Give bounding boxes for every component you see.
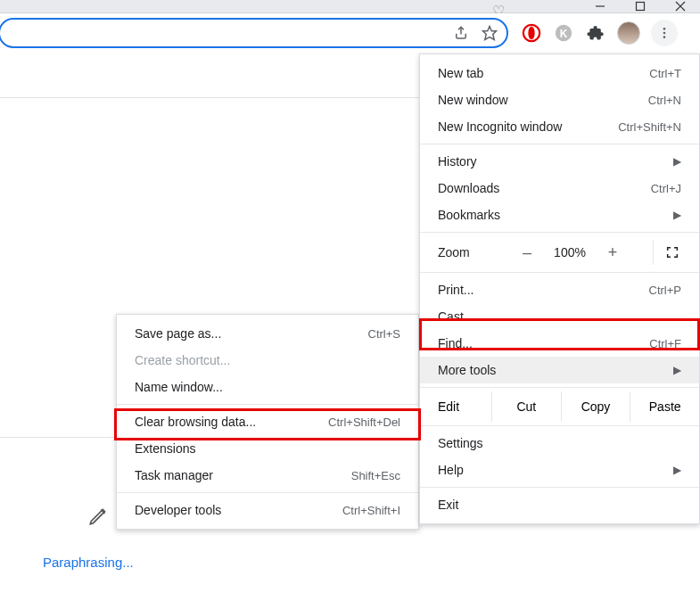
submenu-developer-tools[interactable]: Developer tools Ctrl+Shift+I — [117, 497, 418, 523]
close-button[interactable] — [660, 0, 700, 12]
share-icon[interactable] — [453, 25, 469, 41]
extensions-puzzle-icon[interactable] — [585, 22, 606, 44]
menu-cast[interactable]: Cast... — [420, 303, 699, 330]
svg-text:K: K — [560, 28, 568, 40]
extension-k-icon[interactable]: K — [553, 22, 574, 44]
submenu-task-manager[interactable]: Task manager Shift+Esc — [117, 462, 418, 489]
maximize-button[interactable] — [620, 0, 660, 12]
chevron-right-icon: ▶ — [673, 464, 681, 476]
menu-help[interactable]: Help ▶ — [420, 457, 699, 483]
pen-icon — [87, 504, 111, 531]
edit-copy-button[interactable]: Copy — [561, 391, 630, 422]
kebab-menu-button[interactable] — [651, 20, 678, 46]
menu-print[interactable]: Print... Ctrl+P — [420, 276, 699, 303]
window-titlebar — [0, 0, 700, 13]
svg-point-10 — [663, 32, 666, 35]
svg-marker-4 — [483, 27, 497, 40]
more-tools-submenu: Save page as... Ctrl+S Create shortcut..… — [116, 314, 419, 530]
chrome-main-menu: New tab Ctrl+T New window Ctrl+N New Inc… — [419, 53, 700, 524]
zoom-in-button[interactable]: + — [595, 243, 630, 262]
fullscreen-button[interactable] — [653, 240, 690, 265]
menu-downloads[interactable]: Downloads Ctrl+J — [420, 175, 699, 202]
address-bar[interactable] — [0, 18, 508, 48]
menu-exit[interactable]: Exit — [420, 491, 699, 518]
edit-paste-button[interactable]: Paste — [630, 391, 699, 422]
browser-toolbar: K — [0, 13, 700, 53]
menu-history[interactable]: History ▶ — [420, 148, 699, 175]
paraphrasing-status: Paraphrasing... — [43, 555, 134, 570]
submenu-create-shortcut: Create shortcut... — [117, 347, 418, 374]
zoom-percent: 100% — [545, 245, 595, 259]
svg-point-6 — [528, 27, 534, 40]
submenu-extensions[interactable]: Extensions — [117, 435, 418, 462]
svg-rect-1 — [636, 3, 644, 11]
menu-new-tab[interactable]: New tab Ctrl+T — [420, 60, 699, 86]
submenu-clear-browsing-data[interactable]: Clear browsing data... Ctrl+Shift+Del — [117, 408, 418, 435]
menu-bookmarks[interactable]: Bookmarks ▶ — [420, 202, 699, 228]
profile-avatar[interactable] — [617, 21, 640, 45]
submenu-save-page[interactable]: Save page as... Ctrl+S — [117, 320, 418, 347]
edit-cut-button[interactable]: Cut — [491, 391, 561, 422]
submenu-name-window[interactable]: Name window... — [117, 374, 418, 400]
menu-zoom-row: Zoom – 100% + — [420, 236, 699, 268]
menu-new-incognito[interactable]: New Incognito window Ctrl+Shift+N — [420, 113, 699, 140]
chevron-right-icon: ▶ — [673, 364, 681, 376]
svg-point-9 — [663, 28, 666, 30]
star-icon[interactable] — [482, 25, 498, 41]
zoom-out-button[interactable]: – — [509, 243, 545, 262]
chevron-right-icon: ▶ — [673, 155, 681, 168]
menu-edit-row: Edit Cut Copy Paste — [420, 391, 699, 422]
extension-opera-icon[interactable] — [521, 22, 542, 44]
menu-more-tools[interactable]: More tools ▶ — [420, 357, 699, 383]
menu-find[interactable]: Find... Ctrl+F — [420, 330, 699, 357]
svg-point-11 — [663, 36, 666, 38]
minimize-button[interactable] — [580, 0, 620, 12]
chevron-right-icon: ▶ — [673, 209, 681, 221]
menu-settings[interactable]: Settings — [420, 430, 699, 457]
menu-new-window[interactable]: New window Ctrl+N — [420, 86, 699, 113]
